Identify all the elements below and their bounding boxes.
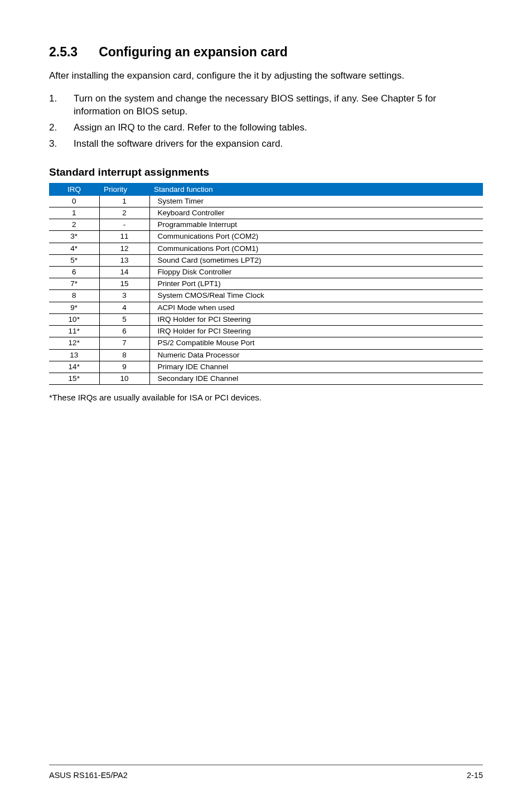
cell-irq: 4* <box>49 243 99 254</box>
cell-priority: 7 <box>99 337 149 349</box>
cell-priority: 4 <box>99 302 149 313</box>
cell-priority: 11 <box>99 231 149 243</box>
subsection-heading: Standard interrupt assignments <box>49 166 483 178</box>
table-row: 7*15Printer Port (LPT1) <box>49 278 483 290</box>
col-header-irq: IRQ <box>49 183 99 196</box>
step-number: 1. <box>49 93 74 118</box>
cell-priority: 15 <box>99 278 149 290</box>
cell-priority: 3 <box>99 290 149 302</box>
step-text: Turn on the system and change the necess… <box>74 93 483 118</box>
cell-irq: 13 <box>49 349 99 361</box>
cell-function: Sound Card (sometimes LPT2) <box>149 254 483 266</box>
cell-function: IRQ Holder for PCI Steering <box>149 313 483 325</box>
cell-irq: 11* <box>49 326 99 337</box>
irq-assignments-table: IRQ Priority Standard function 01System … <box>49 183 483 385</box>
list-item: 2. Assign an IRQ to the card. Refer to t… <box>49 122 483 134</box>
table-row: 12Keyboard Controller <box>49 207 483 219</box>
table-footnote: *These IRQs are usually available for IS… <box>49 393 483 402</box>
section-heading: 2.5.3 Configuring an expansion card <box>49 45 483 60</box>
table-row: 01System Timer <box>49 196 483 207</box>
table-row: 10*5IRQ Holder for PCI Steering <box>49 313 483 325</box>
table-row: 14*9Primary IDE Channel <box>49 361 483 373</box>
cell-function: IRQ Holder for PCI Steering <box>149 326 483 337</box>
cell-irq: 7* <box>49 278 99 290</box>
list-item: 1. Turn on the system and change the nec… <box>49 93 483 118</box>
section-title: Configuring an expansion card <box>99 45 288 60</box>
cell-function: System Timer <box>149 196 483 207</box>
footer-right: 2-15 <box>467 771 483 780</box>
cell-function: System CMOS/Real Time Clock <box>149 290 483 302</box>
cell-irq: 8 <box>49 290 99 302</box>
cell-irq: 0 <box>49 196 99 207</box>
cell-priority: 1 <box>99 196 149 207</box>
cell-function: Keyboard Controller <box>149 207 483 219</box>
cell-function: Numeric Data Processor <box>149 349 483 361</box>
cell-function: Primary IDE Channel <box>149 361 483 373</box>
page-footer: ASUS RS161-E5/PA2 2-15 <box>49 765 483 780</box>
col-header-priority: Priority <box>99 183 149 196</box>
cell-irq: 2 <box>49 219 99 231</box>
section-number: 2.5.3 <box>49 45 78 60</box>
step-text: Install the software drivers for the exp… <box>74 138 483 151</box>
cell-priority: 12 <box>99 243 149 254</box>
table-row: 614Floppy Disk Controller <box>49 267 483 278</box>
table-row: 15*10Secondary IDE Channel <box>49 373 483 384</box>
table-header-row: IRQ Priority Standard function <box>49 183 483 196</box>
cell-function: Programmable Interrupt <box>149 219 483 231</box>
footer-left: ASUS RS161-E5/PA2 <box>49 771 128 780</box>
cell-irq: 5* <box>49 254 99 266</box>
cell-irq: 3* <box>49 231 99 243</box>
cell-function: Communications Port (COM2) <box>149 231 483 243</box>
cell-priority: 13 <box>99 254 149 266</box>
cell-irq: 14* <box>49 361 99 373</box>
step-number: 2. <box>49 122 74 134</box>
table-row: 83System CMOS/Real Time Clock <box>49 290 483 302</box>
steps-list: 1. Turn on the system and change the nec… <box>49 93 483 154</box>
cell-function: Communications Port (COM1) <box>149 243 483 254</box>
step-text: Assign an IRQ to the card. Refer to the … <box>74 122 483 134</box>
cell-function: Printer Port (LPT1) <box>149 278 483 290</box>
cell-irq: 9* <box>49 302 99 313</box>
cell-irq: 15* <box>49 373 99 384</box>
cell-priority: 5 <box>99 313 149 325</box>
table-row: 5*13Sound Card (sometimes LPT2) <box>49 254 483 266</box>
cell-priority: - <box>99 219 149 231</box>
table-row: 2-Programmable Interrupt <box>49 219 483 231</box>
table-row: 9*4ACPI Mode when used <box>49 302 483 313</box>
table-row: 3*11Communications Port (COM2) <box>49 231 483 243</box>
cell-irq: 6 <box>49 267 99 278</box>
step-number: 3. <box>49 138 74 151</box>
cell-irq: 12* <box>49 337 99 349</box>
cell-priority: 9 <box>99 361 149 373</box>
cell-function: PS/2 Compatible Mouse Port <box>149 337 483 349</box>
cell-irq: 1 <box>49 207 99 219</box>
table-row: 12*7PS/2 Compatible Mouse Port <box>49 337 483 349</box>
cell-function: Secondary IDE Channel <box>149 373 483 384</box>
cell-priority: 14 <box>99 267 149 278</box>
cell-function: ACPI Mode when used <box>149 302 483 313</box>
cell-priority: 2 <box>99 207 149 219</box>
cell-irq: 10* <box>49 313 99 325</box>
cell-priority: 6 <box>99 326 149 337</box>
list-item: 3. Install the software drivers for the … <box>49 138 483 151</box>
table-row: 11*6IRQ Holder for PCI Steering <box>49 326 483 337</box>
col-header-function: Standard function <box>149 183 483 196</box>
table-row: 138Numeric Data Processor <box>49 349 483 361</box>
intro-paragraph: After installing the expansion card, con… <box>49 70 483 83</box>
table-row: 4*12Communications Port (COM1) <box>49 243 483 254</box>
cell-priority: 8 <box>99 349 149 361</box>
cell-function: Floppy Disk Controller <box>149 267 483 278</box>
cell-priority: 10 <box>99 373 149 384</box>
